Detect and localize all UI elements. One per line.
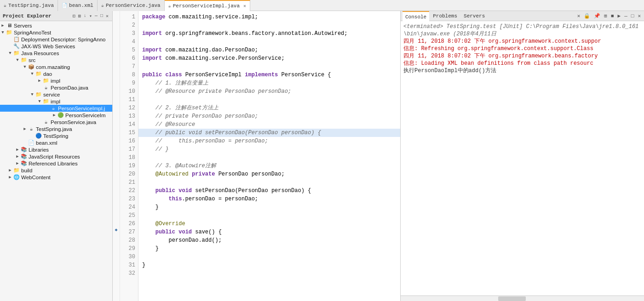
tree-item-21[interactable]: ▶📁build [0,167,112,174]
tree-toggle: ▼ [0,30,6,35]
close-icon[interactable]: ✕ [243,3,246,9]
line-number-25: 25 [120,211,138,220]
sync-button[interactable]: ↓ [83,13,87,19]
pin-console-button[interactable]: 📌 [592,12,602,19]
tree-icon: 📁 [35,71,42,77]
code-line-12: // 2. 注解在set方法上 [138,104,400,112]
close-panel-button[interactable]: ✕ [105,13,109,19]
tree-item-13[interactable]: ▶🟢PersonServiceIm [0,112,112,119]
clear-console-button[interactable]: ✕ [576,12,582,19]
gutter-line-29 [113,243,120,251]
console-line-4: 信息: Loading XML bean definitions from cl… [403,60,641,67]
xml-file-icon: 📄 [62,3,67,8]
tab-servers[interactable]: Servers [461,11,488,21]
tree-item-12[interactable]: ☕PersonServiceImpl.j [0,105,112,112]
tree-item-8[interactable]: ▶📁impl [0,77,112,84]
code-editor[interactable]: package com.mazaiting.service.impl; impo… [138,11,400,301]
code-line-15: // public void setPersonDao(PersonDao pe… [138,129,400,137]
code-line-24: } [138,203,400,211]
tree-item-3[interactable]: 🔧JAX-WS Web Services [0,43,112,50]
tree-item-4[interactable]: ▼📁Java Resources [0,50,112,57]
close-console-button[interactable]: ✕ [636,12,642,19]
tab-console[interactable]: Console [402,11,429,21]
view-menu-button[interactable]: ▾ [88,13,93,19]
tab-personserviceimpl[interactable]: ☕ PersonServiceImpl.java ✕ [165,0,250,11]
tree-label: TestSpring.java [35,126,72,132]
line-number-15: 15 [120,129,138,137]
minimize-button[interactable]: — [94,13,98,19]
link-editor-button[interactable]: ⊠ [77,13,82,19]
tree-item-5[interactable]: ▼📁src [0,57,112,63]
code-line-21 [138,178,400,187]
tree-toggle: ▶ [15,161,20,166]
tree-item-14[interactable]: ☕PersonService.java [0,119,112,125]
tree-item-15[interactable]: ▶☕TestSpring.java [0,125,112,132]
tree-item-6[interactable]: ▼📦com.mazaiting [0,63,112,70]
tree-item-1[interactable]: ▼📁SpringAnnoTest [0,29,112,36]
tree-item-2[interactable]: 📋Deployment Descriptor: SpringAnno [0,36,112,43]
tab-problems[interactable]: Problems [430,11,460,21]
line-number-4: 4 [120,38,138,46]
code-line-29: } [138,244,400,253]
gutter-line-25 [113,210,120,218]
scrollbar-thumb[interactable] [498,296,526,301]
java-file-icon: ☕ [101,3,104,8]
tree-item-19[interactable]: ▶📚JavaScript Resources [0,153,112,160]
tree-item-11[interactable]: ▼📁impl [0,98,112,105]
tree-item-20[interactable]: ▶📚Referenced Libraries [0,160,112,167]
tree-item-18[interactable]: ▶📚Libraries [0,146,112,153]
maximize-button[interactable]: □ [99,13,104,19]
line-number-23: 23 [120,195,138,203]
terminate-button[interactable]: ■ [610,13,615,19]
gutter-line-13 [113,110,120,119]
tab-testspring[interactable]: ☕ TestSpring.java [0,0,58,11]
tree-label: Deployment Descriptor: SpringAnno [20,37,105,42]
tab-label: TestSpring.java [8,3,54,8]
tree-item-10[interactable]: ▼📁service [0,91,112,98]
gutter-line-1 [113,11,120,19]
console-terminated-line: <terminated> TestSpring.test [JUnit] C:\… [403,23,641,38]
console-output[interactable]: <terminated> TestSpring.test [JUnit] C:\… [401,21,644,295]
rerun-button[interactable]: ▶ [616,12,622,19]
gutter-line-17 [113,143,120,152]
gutter-line-15 [113,127,120,135]
tab-personservice[interactable]: ☕ PersonService.java [98,0,165,11]
tree-icon: 📋 [13,36,20,42]
gutter-line-5 [113,44,120,52]
console-scrollbar[interactable] [401,295,644,301]
collapse-all-button[interactable]: ⊡ [72,13,76,19]
tree-item-17[interactable]: 📄bean.xml [0,139,112,146]
line-number-11: 11 [120,96,138,104]
code-line-27: public void save() { [138,228,400,236]
code-line-1: package com.mazaiting.service.impl; [138,13,400,21]
code-line-31: } [138,261,400,269]
gutter-line-27: ◆ [113,226,120,234]
tab-beanxml[interactable]: 📄 bean.xml [58,0,98,11]
line-number-9: 9 [120,79,138,87]
gutter-line-7 [113,61,120,69]
tree-item-9[interactable]: ☕PersonDao.java [0,84,112,91]
tree-toggle: ▶ [0,23,6,28]
java-file-icon: ☕ [4,3,6,8]
tree-toggle: ▼ [29,92,35,97]
tree-item-0[interactable]: ▶🖥Servers [0,22,112,29]
tree-label: SpringAnnoTest [13,30,51,35]
tree-icon: ☕ [42,85,50,91]
tree-toggle: ▶ [15,154,20,159]
gutter-line-30 [113,251,120,259]
tree-item-22[interactable]: ▶🌐WebContent [0,174,112,181]
console-line-5: 执行PersonDaoImpl中的add()方法 [403,67,641,74]
tree-label: JAX-WS Web Services [20,44,75,49]
minimize-console-button[interactable]: — [623,13,629,19]
tree-item-16[interactable]: 🔵TestSpring [0,132,112,139]
tree-label: Libraries [28,147,49,153]
code-line-17: // } [138,145,400,153]
maximize-console-button[interactable]: □ [630,13,636,19]
new-console-button[interactable]: ⊞ [603,12,609,19]
tree-icon: ☕ [28,126,35,132]
gutter-line-10 [113,85,120,94]
tree-icon: 📁 [13,167,20,173]
scroll-lock-button[interactable]: 🔒 [582,12,592,19]
tree-item-7[interactable]: ▼📁dao [0,70,112,77]
tree-toggle: ▼ [22,65,28,69]
